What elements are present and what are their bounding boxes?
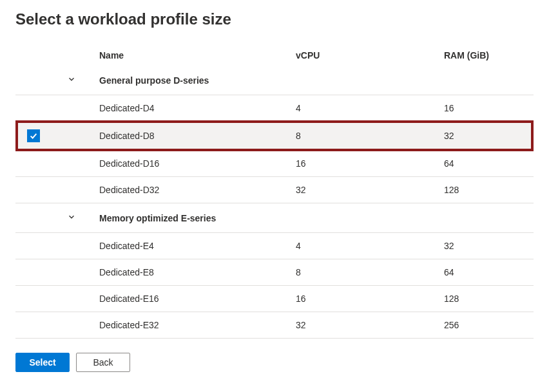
- table-row[interactable]: Dedicated-E4432: [15, 233, 534, 259]
- row-name: Dedicated-E4: [99, 233, 296, 259]
- table-row[interactable]: Dedicated-D4416: [15, 95, 534, 122]
- group-row[interactable]: General purpose D-series: [15, 66, 534, 95]
- back-button[interactable]: Back: [76, 353, 130, 372]
- row-vcpu: 4: [296, 233, 444, 259]
- row-name: Dedicated-D8: [99, 122, 296, 151]
- row-name: Dedicated-E8: [99, 259, 296, 286]
- row-vcpu: 8: [296, 122, 444, 151]
- row-vcpu: 16: [296, 286, 444, 312]
- group-label: General purpose D-series: [99, 66, 296, 95]
- checkbox-checked-icon[interactable]: [27, 129, 40, 142]
- row-vcpu: 8: [296, 259, 444, 286]
- row-vcpu: 32: [296, 312, 444, 339]
- column-header-vcpu[interactable]: vCPU: [296, 44, 444, 66]
- footer-actions: Select Back: [15, 353, 534, 372]
- row-ram: 128: [444, 286, 534, 312]
- row-name: Dedicated-E32: [99, 312, 296, 339]
- row-ram: 64: [444, 259, 534, 286]
- row-name: Dedicated-D32: [99, 177, 296, 203]
- column-header-ram[interactable]: RAM (GiB): [444, 44, 534, 66]
- row-vcpu: 16: [296, 151, 444, 177]
- row-ram: 16: [444, 95, 534, 122]
- row-vcpu: 32: [296, 177, 444, 203]
- table-row[interactable]: Dedicated-E8864: [15, 259, 534, 286]
- row-name: Dedicated-E16: [99, 286, 296, 312]
- row-name: Dedicated-D4: [99, 95, 296, 122]
- table-row[interactable]: Dedicated-D161664: [15, 151, 534, 177]
- row-ram: 64: [444, 151, 534, 177]
- chevron-down-icon: [67, 75, 76, 86]
- row-name: Dedicated-D16: [99, 151, 296, 177]
- row-ram: 32: [444, 233, 534, 259]
- page-title: Select a workload profile size: [15, 10, 534, 28]
- column-header-name[interactable]: Name: [99, 44, 296, 66]
- table-row[interactable]: Dedicated-E3232256: [15, 312, 534, 339]
- row-ram: 128: [444, 177, 534, 203]
- table-row[interactable]: Dedicated-D8832: [15, 122, 534, 151]
- row-ram: 256: [444, 312, 534, 339]
- table-row[interactable]: Dedicated-E1616128: [15, 286, 534, 312]
- select-button[interactable]: Select: [15, 353, 70, 372]
- group-label: Memory optimized E-series: [99, 203, 296, 233]
- table-row[interactable]: Dedicated-D3232128: [15, 177, 534, 203]
- row-ram: 32: [444, 122, 534, 151]
- chevron-down-icon: [67, 213, 76, 223]
- table-header-row: Name vCPU RAM (GiB): [15, 44, 534, 66]
- group-row[interactable]: Memory optimized E-series: [15, 203, 534, 233]
- row-vcpu: 4: [296, 95, 444, 122]
- profile-table: Name vCPU RAM (GiB) General purpose D-se…: [15, 44, 534, 339]
